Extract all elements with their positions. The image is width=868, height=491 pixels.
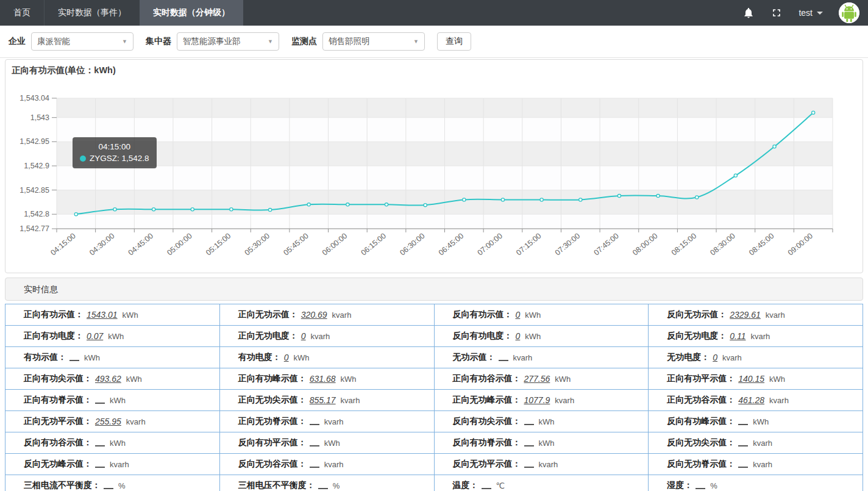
- data-point[interactable]: [540, 198, 543, 201]
- tab-realtime-event[interactable]: 实时数据（事件）: [44, 0, 140, 26]
- empty-value-dash: [318, 482, 328, 489]
- data-point[interactable]: [230, 208, 233, 211]
- info-cell: 反向无功示值：2329.61kvarh: [649, 304, 863, 326]
- filter-group-enterprise: 企业康派智能▼: [9, 32, 133, 51]
- empty-value-dash: [499, 354, 508, 361]
- data-point[interactable]: [812, 111, 815, 114]
- tab-realtime-minute[interactable]: 实时数据（分钟级）: [140, 0, 243, 26]
- info-value-link[interactable]: 1077.9: [524, 395, 550, 405]
- data-point[interactable]: [656, 195, 660, 198]
- info-label: 有功示值：: [24, 352, 66, 363]
- data-point[interactable]: [191, 208, 194, 211]
- info-label: 正向有功平示值：: [667, 373, 735, 384]
- info-label: 反向无功示值：: [667, 309, 727, 320]
- info-unit: %: [118, 481, 126, 490]
- info-value-link[interactable]: 277.56: [524, 374, 550, 384]
- realtime-info-table: 正向有功示值：1543.01kWh正向无功示值：320.69kvarh反向有功示…: [5, 304, 863, 491]
- fullscreen-icon[interactable]: [770, 7, 783, 19]
- info-unit: kWh: [84, 353, 100, 362]
- info-value-link[interactable]: 0.07: [87, 331, 103, 341]
- data-point[interactable]: [695, 196, 699, 199]
- info-unit: kvarh: [126, 417, 146, 426]
- filter-label-concentrator: 集中器: [146, 36, 171, 47]
- info-label: 正向无功脊示值：: [238, 416, 307, 427]
- info-cell: 反向有功示值：0kWh: [435, 304, 649, 326]
- user-menu[interactable]: test: [799, 8, 823, 18]
- info-value-link[interactable]: 1543.01: [87, 310, 118, 320]
- info-cell: 正向无功峰示值：1077.9kvarh: [435, 390, 649, 411]
- tab-home[interactable]: 首页: [0, 0, 44, 26]
- select-enterprise[interactable]: 康派智能▼: [31, 32, 133, 51]
- data-point[interactable]: [579, 198, 582, 201]
- info-unit: kWh: [341, 375, 357, 384]
- data-point[interactable]: [385, 203, 388, 206]
- info-value-link[interactable]: 320.69: [301, 310, 327, 320]
- empty-value-dash: [524, 461, 534, 468]
- info-label: 正向有功峰示值：: [238, 373, 307, 384]
- x-axis-label: 06:45:00: [437, 232, 465, 257]
- data-point[interactable]: [734, 174, 737, 177]
- info-cell: 三相电压不平衡度：%: [220, 475, 435, 491]
- data-point[interactable]: [268, 208, 271, 211]
- query-button[interactable]: 查询: [437, 32, 471, 51]
- info-unit: kvarh: [110, 460, 129, 469]
- empty-value-dash: [310, 418, 319, 425]
- info-cell: 有功电度：0kWh: [220, 347, 435, 368]
- info-unit: ℃: [496, 481, 505, 490]
- info-label: 反向无功峰示值：: [24, 459, 92, 470]
- data-point[interactable]: [307, 203, 310, 206]
- info-unit: kvarh: [766, 310, 785, 320]
- info-unit: %: [333, 481, 340, 490]
- info-cell: 三相电流不平衡度：%: [5, 475, 220, 491]
- info-value-link[interactable]: 855.17: [310, 395, 336, 405]
- info-unit: kWh: [753, 417, 769, 426]
- data-point[interactable]: [113, 208, 116, 211]
- info-cell: 反向有功峰示值：kWh: [649, 411, 863, 432]
- info-unit: kWh: [110, 439, 126, 448]
- info-value-link[interactable]: 0: [284, 353, 289, 362]
- info-value-link[interactable]: 0.11: [730, 331, 745, 341]
- y-axis-label: 1,542.9: [24, 162, 49, 170]
- data-point[interactable]: [424, 204, 427, 207]
- info-value-link[interactable]: 255.95: [95, 417, 121, 426]
- info-value-link[interactable]: 461.28: [738, 395, 764, 405]
- info-value-link[interactable]: 493.62: [95, 374, 121, 384]
- data-point[interactable]: [346, 203, 349, 206]
- info-cell: 反向无功尖示值：kvarh: [649, 432, 863, 454]
- info-unit: kvarh: [311, 332, 330, 341]
- info-label: 反向有功尖示值：: [453, 416, 521, 427]
- info-value-link[interactable]: 0: [301, 331, 306, 341]
- info-value-link[interactable]: 0: [713, 353, 717, 362]
- info-label: 正向有功电度：: [24, 331, 84, 342]
- info-value-link[interactable]: 140.15: [738, 374, 764, 384]
- data-point[interactable]: [152, 208, 155, 211]
- empty-value-dash: [738, 440, 748, 446]
- x-axis-label: 07:00:00: [476, 232, 504, 257]
- data-point[interactable]: [617, 195, 621, 198]
- x-axis-label: 08:45:00: [747, 232, 775, 257]
- select-caret-icon: ▼: [268, 38, 273, 45]
- info-cell: 正向有功谷示值：277.56kWh: [435, 368, 649, 390]
- avatar[interactable]: [839, 2, 859, 23]
- info-value-link[interactable]: 631.68: [310, 374, 336, 384]
- select-concentrator[interactable]: 智慧能源事业部▼: [177, 32, 279, 51]
- info-cell: 湿度：%: [649, 475, 863, 491]
- x-axis-label: 04:45:00: [127, 232, 155, 257]
- bell-icon[interactable]: [742, 7, 755, 19]
- info-value-link[interactable]: 0: [516, 310, 521, 320]
- filter-group-monitor-point: 监测点销售部照明▼: [291, 32, 425, 51]
- info-unit: kvarh: [513, 353, 533, 362]
- x-axis-label: 04:15:00: [49, 232, 77, 257]
- line-chart: 1,543.041,5431,542.951,542.91,542.851,54…: [5, 60, 864, 273]
- info-value-link[interactable]: 2329.61: [730, 310, 761, 320]
- x-axis-label: 06:00:00: [321, 232, 349, 257]
- data-point[interactable]: [463, 198, 466, 201]
- select-monitor-point[interactable]: 销售部照明▼: [322, 32, 425, 51]
- data-point[interactable]: [501, 198, 504, 201]
- empty-value-dash: [104, 482, 113, 489]
- data-point[interactable]: [74, 213, 77, 216]
- x-axis-label: 04:30:00: [88, 232, 116, 257]
- info-value-link[interactable]: 0: [516, 331, 521, 341]
- info-label: 正向有功尖示值：: [24, 373, 92, 384]
- data-point[interactable]: [773, 145, 776, 148]
